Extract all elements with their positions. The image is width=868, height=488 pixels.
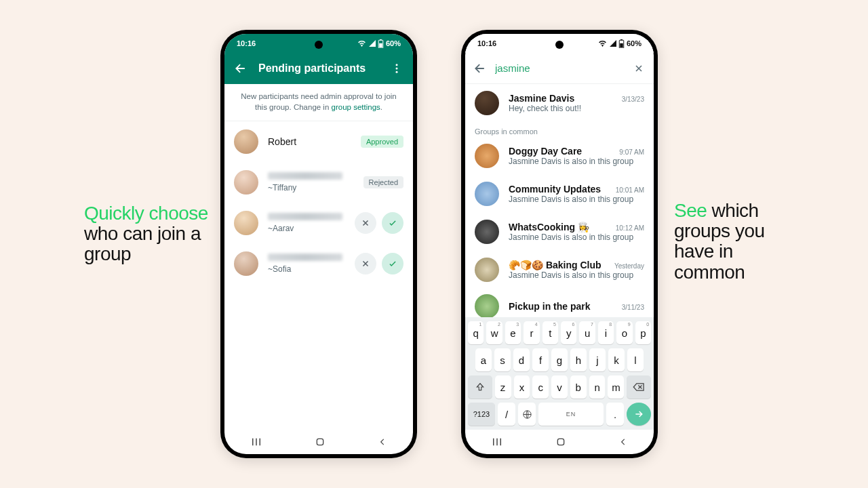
chat-title: Community Updates	[509, 184, 601, 195]
key-y[interactable]: y6	[561, 321, 576, 344]
chat-row[interactable]: Pickup in the park3/11/23	[465, 289, 654, 317]
key-z[interactable]: z	[495, 375, 511, 399]
phone-search: 10:16 60% Jasmine Davis	[461, 30, 658, 458]
key-p[interactable]: p0	[635, 321, 651, 344]
globe-icon	[522, 409, 532, 420]
info-banner: New participants need admin approval to …	[224, 84, 413, 121]
key-a[interactable]: a	[475, 348, 492, 371]
key-d[interactable]: d	[513, 348, 530, 371]
redacted-phone	[268, 213, 342, 220]
clear-button[interactable]	[631, 59, 647, 78]
key-l[interactable]: l	[627, 348, 644, 371]
key-k[interactable]: k	[608, 348, 625, 371]
caption-left-rest: who can join a group	[84, 223, 201, 264]
key-c[interactable]: c	[532, 375, 549, 399]
key-r[interactable]: r4	[524, 321, 539, 344]
enter-key[interactable]	[627, 403, 651, 426]
chat-sub: Jasmine Davis is also in this group	[509, 157, 644, 166]
key-x[interactable]: x	[514, 375, 530, 399]
redacted-phone	[268, 172, 342, 180]
chat-row[interactable]: 🥐🍞🍪 Baking ClubYesterday Jasmine Davis i…	[465, 251, 654, 289]
group-settings-link[interactable]: group settings	[332, 103, 380, 111]
key-row-2: asdfghjkl	[468, 348, 651, 371]
key-w[interactable]: w2	[486, 321, 502, 344]
chat-time: 3/13/23	[622, 96, 644, 103]
language-key[interactable]	[518, 403, 536, 426]
avatar	[475, 144, 499, 168]
key-row-3: zxcvbnm	[468, 375, 651, 399]
chat-time: Yesterday	[614, 262, 644, 270]
space-key[interactable]: EN	[538, 403, 604, 426]
key-s[interactable]: s	[494, 348, 511, 371]
recents-icon[interactable]	[491, 437, 503, 447]
recents-icon[interactable]	[250, 437, 262, 447]
chat-row[interactable]: Community Updates10:01 AM Jasmine Davis …	[465, 175, 654, 213]
shift-key[interactable]	[468, 375, 492, 399]
home-icon[interactable]	[315, 436, 326, 447]
backspace-key[interactable]	[627, 375, 651, 399]
chat-row[interactable]: Doggy Day Care9:07 AM Jasmine Davis is a…	[465, 137, 654, 175]
battery-pct: 60%	[386, 39, 401, 47]
avatar	[234, 251, 258, 276]
period-key[interactable]: .	[606, 403, 624, 426]
x-icon	[361, 218, 370, 228]
pending-row[interactable]: Robert Approved	[224, 121, 413, 162]
svg-rect-9	[317, 439, 323, 445]
pending-row[interactable]: ~Aarav	[224, 203, 413, 243]
chat-sub: Jasmine Davis is also in this group	[509, 232, 644, 242]
reject-button[interactable]	[355, 212, 376, 234]
avatar	[475, 220, 499, 244]
status-icons: 60%	[598, 39, 642, 48]
key-i[interactable]: i8	[598, 321, 614, 344]
search-input[interactable]	[495, 62, 624, 74]
more-button[interactable]	[387, 59, 406, 78]
chat-title: 🥐🍞🍪 Baking Club	[509, 260, 601, 270]
chat-row[interactable]: WhatsCooking 👩‍🍳10:12 AM Jasmine Davis i…	[465, 213, 654, 251]
battery-icon	[378, 39, 384, 48]
key-v[interactable]: v	[551, 375, 568, 399]
arrow-left-icon	[473, 62, 487, 75]
key-j[interactable]: j	[589, 348, 606, 371]
check-icon	[388, 259, 397, 268]
key-e[interactable]: e3	[505, 321, 521, 344]
key-b[interactable]: b	[570, 375, 587, 399]
avatar	[475, 91, 499, 115]
key-n[interactable]: n	[589, 375, 606, 399]
status-time: 10:16	[477, 39, 496, 47]
back-button[interactable]	[472, 59, 488, 78]
android-navbar	[224, 430, 413, 454]
svg-point-4	[396, 68, 398, 70]
symbols-key[interactable]: ?123	[468, 403, 495, 426]
battery-pct: 60%	[627, 39, 642, 47]
chat-time: 9:07 AM	[619, 148, 644, 156]
key-h[interactable]: h	[570, 348, 587, 371]
status-badge: Approved	[361, 136, 403, 148]
key-u[interactable]: u7	[579, 321, 595, 344]
approve-button[interactable]	[382, 253, 403, 274]
pending-row[interactable]: ~Sofia	[224, 243, 413, 284]
svg-rect-2	[379, 43, 382, 47]
key-m[interactable]: m	[608, 375, 624, 399]
slash-key[interactable]: /	[498, 403, 515, 426]
participant-sub: ~Tiffany	[268, 183, 363, 192]
pending-row[interactable]: ~Tiffany Rejected	[224, 162, 413, 203]
chat-sub: Jasmine Davis is also in this group	[509, 195, 644, 204]
key-g[interactable]: g	[551, 348, 568, 371]
reject-button[interactable]	[355, 253, 376, 274]
status-badge: Rejected	[363, 176, 403, 188]
keyboard: q1w2e3r4t5y6u7i8o9p0 asdfghjkl zxcvbnm ?…	[465, 317, 654, 430]
key-t[interactable]: t5	[542, 321, 558, 344]
chat-time: 3/11/23	[622, 304, 644, 311]
chat-sub: Hey, check this out!!	[509, 104, 644, 113]
key-q[interactable]: q1	[468, 321, 484, 344]
chat-row[interactable]: Jasmine Davis 3/13/23 Hey, check this ou…	[465, 84, 654, 122]
approve-button[interactable]	[382, 212, 403, 234]
back-button[interactable]	[231, 59, 250, 78]
back-nav-icon[interactable]	[378, 437, 387, 447]
space-lang: EN	[566, 411, 576, 418]
section-label: Groups in common	[465, 122, 654, 137]
key-f[interactable]: f	[532, 348, 549, 371]
home-icon[interactable]	[555, 436, 566, 447]
key-o[interactable]: o9	[616, 321, 632, 344]
back-nav-icon[interactable]	[618, 437, 628, 447]
